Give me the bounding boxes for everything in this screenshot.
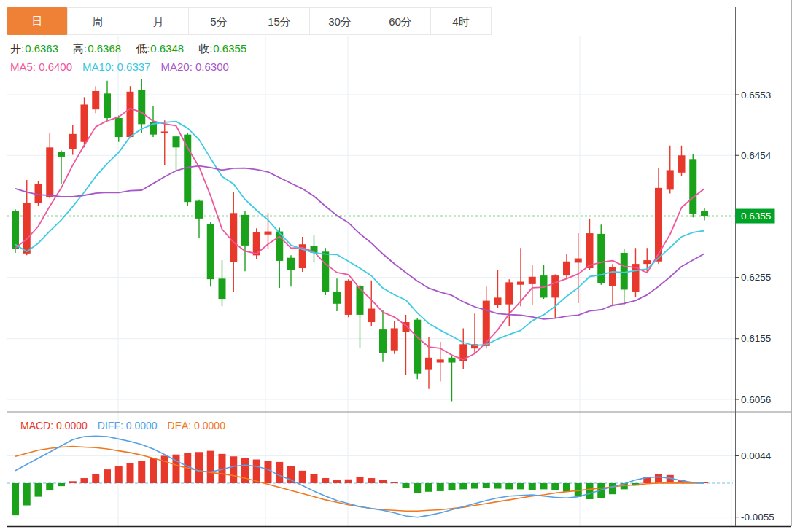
- macd-bar: [138, 461, 145, 483]
- macd-bar: [92, 474, 99, 483]
- macd-bar: [104, 469, 111, 483]
- price-tick-label: 0.6056: [741, 394, 771, 405]
- macd-bar: [563, 483, 570, 492]
- candle-body: [379, 329, 387, 353]
- diff-readout: DIFF: 0.0000: [98, 420, 158, 431]
- tab-day[interactable]: 日: [7, 7, 68, 35]
- macd-bar: [81, 478, 88, 483]
- candle-body: [333, 292, 341, 304]
- macd-bar: [494, 483, 502, 489]
- tab-30min[interactable]: 30分: [309, 7, 370, 35]
- candle-body: [425, 358, 432, 370]
- macd-bar: [276, 462, 283, 483]
- candle-body: [689, 159, 696, 214]
- candle-body: [505, 282, 513, 304]
- macd-bar: [322, 478, 329, 483]
- candle-body: [23, 203, 31, 254]
- macd-bar: [265, 461, 272, 483]
- candle-body: [551, 275, 559, 297]
- macd-bar: [483, 483, 490, 488]
- macd-bar: [517, 483, 524, 489]
- macd-bar: [437, 483, 444, 491]
- candle-body: [241, 215, 249, 246]
- macd-bar: [368, 478, 375, 483]
- tab-4hour[interactable]: 4时: [430, 7, 492, 35]
- candle-body: [414, 320, 421, 374]
- candle-body: [437, 359, 444, 362]
- macd-bar: [46, 483, 53, 490]
- ma10-readout: MA10: 0.6337: [82, 60, 150, 73]
- candle-body: [287, 258, 295, 270]
- macd-bar: [529, 483, 536, 490]
- candle-body: [127, 92, 134, 137]
- price-tick-label: 0.6155: [741, 333, 771, 344]
- candle-body: [517, 282, 524, 285]
- candle-body: [575, 259, 582, 263]
- macd-readout: MACD: 0.0000DIFF: 0.0000DEA: 0.0000: [20, 420, 236, 431]
- macd-bar: [150, 458, 157, 483]
- candle-body: [667, 170, 674, 189]
- macd-bar: [195, 452, 203, 483]
- macd-tick-label: -0.0055: [741, 512, 774, 523]
- dea-readout: DEA: 0.0000: [168, 420, 225, 431]
- candle-body: [609, 267, 616, 286]
- tab-60min[interactable]: 60分: [370, 7, 431, 35]
- candle-body: [195, 201, 203, 219]
- macd-bar: [609, 483, 616, 494]
- candle-body: [173, 136, 180, 147]
- macd-bar: [311, 474, 318, 483]
- macd-bar: [299, 471, 306, 483]
- candle-body: [46, 147, 53, 197]
- candle-body: [621, 253, 628, 289]
- macd-bar: [459, 483, 467, 489]
- macd-readout: MACD: 0.0000: [20, 420, 88, 431]
- macd-bar: [471, 483, 478, 489]
- tab-5min[interactable]: 5分: [188, 7, 249, 35]
- ohlc-open: 开:0.6363: [10, 42, 63, 55]
- macd-bar: [230, 456, 237, 483]
- candle-body: [643, 260, 651, 264]
- macd-bar: [207, 451, 214, 483]
- candle-body: [449, 358, 456, 363]
- candle-body: [368, 309, 375, 323]
- tab-15min[interactable]: 15分: [249, 7, 310, 35]
- candle-body: [81, 104, 88, 141]
- ma5-readout: MA5: 0.6400: [10, 60, 72, 73]
- candle-body: [345, 281, 352, 315]
- candle-body: [494, 297, 502, 305]
- macd-bar: [35, 483, 42, 497]
- candle-body: [138, 90, 145, 124]
- macd-bar: [23, 483, 31, 506]
- tab-week[interactable]: 周: [67, 7, 128, 35]
- candle-body: [219, 278, 226, 299]
- macd-bar: [403, 483, 410, 488]
- candle-body: [12, 211, 19, 249]
- ohlc-readout: 开:0.6363高:0.6368低:0.6348收:0.6355: [10, 42, 261, 56]
- candle-body: [69, 134, 77, 149]
- tab-month[interactable]: 月: [128, 7, 189, 35]
- candlestick-chart[interactable]: 0.65530.64540.62550.61550.60560.0044-0.0…: [0, 0, 792, 532]
- macd-bar: [540, 483, 548, 489]
- candle-body: [322, 251, 329, 292]
- price-tick-label: 0.6454: [741, 150, 772, 161]
- macd-bar: [69, 481, 77, 483]
- macd-bar: [161, 455, 168, 483]
- candle-body: [92, 91, 99, 109]
- macd-bar: [425, 483, 432, 492]
- macd-bar: [58, 483, 65, 486]
- candle-body: [586, 233, 594, 268]
- macd-bar: [345, 480, 352, 483]
- macd-bar: [505, 483, 513, 489]
- candle-body: [230, 213, 237, 262]
- macd-bar: [551, 483, 559, 490]
- price-tick-label: 0.6553: [741, 90, 771, 101]
- macd-bar: [333, 480, 341, 483]
- ma20-readout: MA20: 0.6300: [160, 60, 228, 73]
- candle-body: [161, 131, 168, 133]
- candle-body: [391, 328, 398, 350]
- candle-body: [701, 211, 708, 216]
- macd-bar: [253, 460, 260, 483]
- candle-body: [115, 118, 123, 137]
- ohlc-close: 收:0.6355: [198, 42, 251, 55]
- macd-bar: [655, 474, 662, 483]
